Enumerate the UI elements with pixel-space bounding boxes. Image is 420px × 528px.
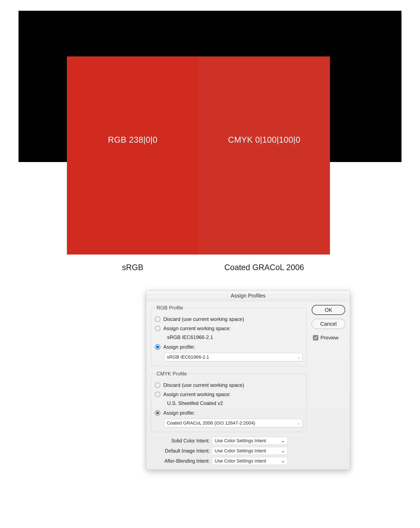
solid-color-intent-value: Use Color Settings Intent — [215, 438, 266, 444]
rgb-profile-legend: RGB Profile — [155, 305, 185, 311]
rgb-assign-current-label: Assign current working space: — [163, 325, 231, 331]
cmyk-assign-profile-label: Assign profile: — [163, 410, 195, 416]
assign-profiles-dialog: Assign Profiles RGB Profile Discard (use… — [146, 290, 350, 470]
checkbox-checked-icon — [313, 335, 318, 340]
after-blending-intent-value: Use Color Settings Intent — [215, 458, 266, 464]
swatch-rgb: RGB 238|0|0 — [67, 57, 198, 254]
solid-color-intent-select[interactable]: Use Color Settings Intent ⌄ — [212, 437, 288, 445]
chevron-down-icon: ⌄ — [281, 448, 285, 454]
solid-color-intent-label: Solid Color Intent: — [151, 438, 210, 444]
cmyk-discard-label: Discard (use current working space) — [163, 382, 244, 388]
rgb-assign-current-radio[interactable]: Assign current working space: — [155, 324, 303, 333]
default-image-intent-label: Default Image Intent: — [151, 448, 210, 454]
chevron-down-icon: ⌄ — [297, 355, 300, 359]
dialog-title: Assign Profiles — [146, 290, 350, 301]
cmyk-assign-profile-radio[interactable]: Assign profile: — [155, 408, 303, 418]
radio-icon — [155, 316, 160, 322]
ok-button-label: OK — [325, 307, 332, 313]
rgb-current-working-space: sRGB IEC61966-2.1 — [155, 333, 303, 342]
profile-label-left: sRGB — [67, 263, 198, 272]
radio-icon — [155, 392, 160, 397]
rgb-discard-label: Discard (use current working space) — [163, 316, 244, 322]
cmyk-assign-current-radio[interactable]: Assign current working space: — [155, 390, 303, 399]
chevron-down-icon: ⌄ — [297, 421, 300, 425]
preview-label: Preview — [320, 335, 338, 341]
cmyk-assign-current-label: Assign current working space: — [163, 392, 231, 397]
cmyk-profile-group: CMYK Profile Discard (use current workin… — [151, 371, 306, 432]
rgb-discard-radio[interactable]: Discard (use current working space) — [155, 314, 303, 324]
intent-rows: Solid Color Intent: Use Color Settings I… — [151, 437, 306, 465]
profile-label-right: Coated GRACoL 2006 — [198, 263, 330, 272]
cmyk-profile-select-value: Coated GRACoL 2006 (ISO 12647-2:2004) — [167, 420, 255, 426]
radio-icon — [155, 383, 160, 388]
profile-labels-row: sRGB Coated GRACoL 2006 — [67, 263, 330, 272]
radio-icon-selected — [155, 410, 160, 416]
default-image-intent-value: Use Color Settings Intent — [215, 448, 266, 454]
chevron-down-icon: ⌄ — [281, 458, 285, 464]
rgb-profile-select-value: sRGB IEC61966-2.1 — [167, 354, 209, 360]
swatch-rgb-label: RGB 238|0|0 — [108, 135, 157, 144]
swatch-cmyk-label: CMYK 0|100|100|0 — [228, 135, 300, 144]
cmyk-discard-radio[interactable]: Discard (use current working space) — [155, 381, 303, 390]
color-swatch-pair: RGB 238|0|0 CMYK 0|100|100|0 — [67, 57, 330, 254]
cancel-button[interactable]: Cancel — [312, 319, 345, 329]
radio-icon-selected — [155, 344, 160, 350]
after-blending-intent-select[interactable]: Use Color Settings Intent ⌄ — [212, 457, 288, 465]
rgb-profile-group: RGB Profile Discard (use current working… — [151, 305, 306, 366]
cmyk-profile-legend: CMYK Profile — [155, 371, 189, 377]
preview-checkbox[interactable]: Preview — [312, 335, 345, 341]
radio-icon — [155, 326, 160, 331]
after-blending-intent-label: After-Blending Intent: — [151, 458, 210, 464]
cmyk-current-working-space: U.S. Sheetfed Coated v2 — [155, 399, 303, 408]
cancel-button-label: Cancel — [320, 321, 337, 327]
ok-button[interactable]: OK — [312, 305, 345, 315]
rgb-assign-profile-label: Assign profile: — [163, 344, 195, 350]
rgb-assign-profile-radio[interactable]: Assign profile: — [155, 342, 303, 352]
default-image-intent-select[interactable]: Use Color Settings Intent ⌄ — [212, 447, 288, 455]
rgb-profile-select[interactable]: sRGB IEC61966-2.1 ⌄ — [164, 353, 303, 361]
chevron-down-icon: ⌄ — [281, 438, 285, 444]
swatch-cmyk: CMYK 0|100|100|0 — [198, 57, 330, 254]
cmyk-profile-select[interactable]: Coated GRACoL 2006 (ISO 12647-2:2004) ⌄ — [164, 419, 303, 427]
